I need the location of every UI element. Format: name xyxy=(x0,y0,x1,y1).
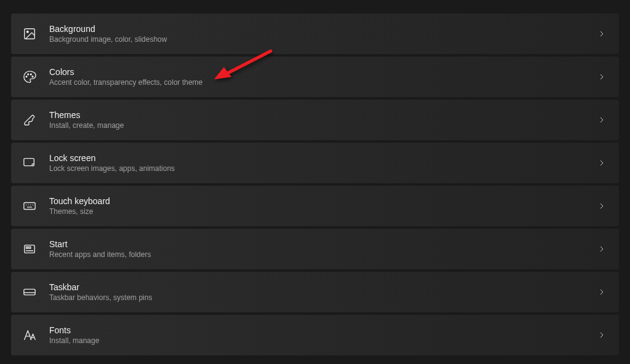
taskbar-icon xyxy=(22,285,37,299)
settings-item-background[interactable]: Background Background image, color, slid… xyxy=(11,14,619,54)
item-desc: Themes, size xyxy=(49,207,583,216)
item-desc: Background image, color, slideshow xyxy=(49,35,583,44)
fonts-icon xyxy=(22,328,37,342)
svg-rect-8 xyxy=(24,203,35,210)
settings-item-taskbar[interactable]: Taskbar Taskbar behaviors, system pins xyxy=(11,272,619,312)
item-desc: Recent apps and items, folders xyxy=(49,250,583,259)
item-title: Touch keyboard xyxy=(49,196,583,206)
settings-item-themes[interactable]: Themes Install, create, manage xyxy=(11,100,619,140)
item-title: Lock screen xyxy=(49,153,583,163)
svg-rect-10 xyxy=(26,247,28,248)
settings-item-colors[interactable]: Colors Accent color, transparency effect… xyxy=(11,57,619,97)
settings-item-fonts[interactable]: Fonts Install, manage xyxy=(11,315,619,355)
brush-icon xyxy=(22,113,37,127)
item-desc: Taskbar behaviors, system pins xyxy=(49,293,583,302)
chevron-right-icon xyxy=(596,28,608,40)
item-desc: Accent color, transparency effects, colo… xyxy=(49,78,583,87)
settings-item-touch-keyboard[interactable]: Touch keyboard Themes, size xyxy=(11,186,619,226)
item-title: Start xyxy=(49,239,583,249)
chevron-right-icon xyxy=(596,157,608,169)
item-title: Themes xyxy=(49,110,583,120)
personalization-settings-list: Background Background image, color, slid… xyxy=(11,14,619,355)
palette-icon xyxy=(22,69,37,84)
chevron-right-icon xyxy=(596,71,608,83)
chevron-right-icon xyxy=(596,200,608,212)
chevron-right-icon xyxy=(596,329,608,341)
svg-point-2 xyxy=(26,76,27,77)
text-group: Start Recent apps and items, folders xyxy=(49,239,583,259)
text-group: Fonts Install, manage xyxy=(49,325,583,345)
svg-point-5 xyxy=(32,76,33,77)
start-icon xyxy=(22,242,37,256)
item-desc: Lock screen images, apps, animations xyxy=(49,164,583,173)
item-desc: Install, create, manage xyxy=(49,121,583,130)
text-group: Themes Install, create, manage xyxy=(49,110,583,130)
text-group: Background Background image, color, slid… xyxy=(49,24,583,44)
item-title: Background xyxy=(49,24,583,34)
settings-item-lock-screen[interactable]: Lock screen Lock screen images, apps, an… xyxy=(11,143,619,183)
svg-point-1 xyxy=(26,31,28,33)
svg-rect-11 xyxy=(29,247,31,248)
svg-rect-12 xyxy=(24,289,35,295)
svg-rect-9 xyxy=(25,245,35,253)
item-title: Colors xyxy=(49,67,583,77)
chevron-right-icon xyxy=(596,286,608,298)
keyboard-icon xyxy=(22,199,37,213)
image-icon xyxy=(22,26,37,41)
settings-item-start[interactable]: Start Recent apps and items, folders xyxy=(11,229,619,269)
item-title: Taskbar xyxy=(49,282,583,292)
svg-point-4 xyxy=(30,74,31,75)
chevron-right-icon xyxy=(596,114,608,126)
text-group: Taskbar Taskbar behaviors, system pins xyxy=(49,282,583,302)
item-desc: Install, manage xyxy=(49,336,583,345)
text-group: Touch keyboard Themes, size xyxy=(49,196,583,216)
chevron-right-icon xyxy=(596,243,608,255)
text-group: Colors Accent color, transparency effect… xyxy=(49,67,583,87)
item-title: Fonts xyxy=(49,325,583,335)
text-group: Lock screen Lock screen images, apps, an… xyxy=(49,153,583,173)
lock-screen-icon xyxy=(22,156,37,170)
svg-point-3 xyxy=(28,74,29,75)
